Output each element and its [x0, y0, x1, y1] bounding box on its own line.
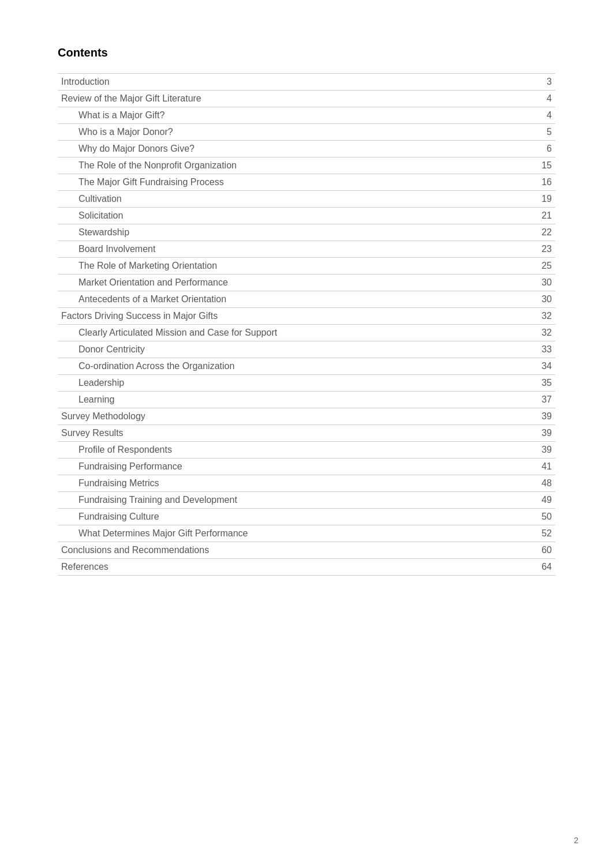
toc-entry-page: 64	[532, 559, 555, 576]
toc-entry-label: The Major Gift Fundraising Process	[58, 174, 532, 191]
toc-entry-page: 4	[532, 91, 555, 107]
toc-entry-label: Introduction	[58, 74, 532, 91]
toc-entry-label: What Determines Major Gift Performance	[58, 525, 532, 542]
toc-row: Co-ordination Across the Organization34	[58, 358, 555, 375]
toc-entry-label: Review of the Major Gift Literature	[58, 91, 532, 107]
toc-row: Survey Methodology39	[58, 408, 555, 425]
toc-entry-page: 50	[532, 509, 555, 525]
toc-entry-page: 5	[532, 124, 555, 141]
toc-row: References64	[58, 559, 555, 576]
toc-entry-label: Factors Driving Success in Major Gifts	[58, 308, 532, 325]
toc-entry-page: 37	[532, 392, 555, 408]
toc-entry-page: 41	[532, 459, 555, 475]
toc-row: Leadership35	[58, 375, 555, 392]
toc-row: Clearly Articulated Mission and Case for…	[58, 325, 555, 341]
toc-entry-label: Profile of Respondents	[58, 442, 532, 459]
toc-entry-page: 49	[532, 492, 555, 509]
toc-entry-page: 30	[532, 291, 555, 308]
page: Contents Introduction3Review of the Majo…	[0, 0, 613, 868]
toc-entry-page: 30	[532, 275, 555, 291]
toc-entry-label: Donor Centricity	[58, 341, 532, 358]
toc-entry-label: References	[58, 559, 532, 576]
toc-entry-label: Survey Methodology	[58, 408, 532, 425]
toc-entry-label: Why do Major Donors Give?	[58, 141, 532, 157]
toc-entry-page: 39	[532, 408, 555, 425]
toc-row: Cultivation19	[58, 191, 555, 208]
toc-entry-label: Fundraising Metrics	[58, 475, 532, 492]
contents-title: Contents	[58, 46, 555, 59]
toc-row: Solicitation21	[58, 208, 555, 224]
toc-entry-label: Fundraising Culture	[58, 509, 532, 525]
toc-row: Market Orientation and Performance30	[58, 275, 555, 291]
toc-row: Fundraising Culture50	[58, 509, 555, 525]
toc-entry-page: 15	[532, 157, 555, 174]
toc-entry-page: 33	[532, 341, 555, 358]
toc-entry-label: The Role of Marketing Orientation	[58, 258, 532, 275]
toc-entry-page: 22	[532, 224, 555, 241]
toc-row: Who is a Major Donor?5	[58, 124, 555, 141]
toc-entry-page: 25	[532, 258, 555, 275]
toc-row: What is a Major Gift?4	[58, 107, 555, 124]
toc-entry-page: 39	[532, 425, 555, 442]
toc-row: The Major Gift Fundraising Process16	[58, 174, 555, 191]
toc-row: Board Involvement23	[58, 241, 555, 258]
toc-entry-page: 3	[532, 74, 555, 91]
toc-entry-label: Clearly Articulated Mission and Case for…	[58, 325, 532, 341]
toc-entry-label: Survey Results	[58, 425, 532, 442]
toc-entry-label: Conclusions and Recommendations	[58, 542, 532, 559]
toc-row: Survey Results39	[58, 425, 555, 442]
toc-entry-page: 16	[532, 174, 555, 191]
toc-entry-page: 19	[532, 191, 555, 208]
toc-row: Stewardship22	[58, 224, 555, 241]
toc-entry-page: 48	[532, 475, 555, 492]
toc-row: Learning37	[58, 392, 555, 408]
toc-row: Fundraising Metrics48	[58, 475, 555, 492]
toc-row: The Role of Marketing Orientation25	[58, 258, 555, 275]
toc-entry-page: 32	[532, 325, 555, 341]
toc-row: Introduction3	[58, 74, 555, 91]
toc-entry-label: Fundraising Training and Development	[58, 492, 532, 509]
toc-entry-page: 6	[532, 141, 555, 157]
toc-row: What Determines Major Gift Performance52	[58, 525, 555, 542]
toc-table: Introduction3Review of the Major Gift Li…	[58, 73, 555, 576]
toc-entry-label: Leadership	[58, 375, 532, 392]
toc-entry-label: What is a Major Gift?	[58, 107, 532, 124]
toc-entry-label: Board Involvement	[58, 241, 532, 258]
toc-row: Review of the Major Gift Literature4	[58, 91, 555, 107]
toc-entry-label: The Role of the Nonprofit Organization	[58, 157, 532, 174]
toc-entry-page: 4	[532, 107, 555, 124]
toc-entry-page: 60	[532, 542, 555, 559]
toc-row: The Role of the Nonprofit Organization15	[58, 157, 555, 174]
toc-entry-label: Co-ordination Across the Organization	[58, 358, 532, 375]
toc-row: Fundraising Training and Development49	[58, 492, 555, 509]
toc-entry-label: Antecedents of a Market Orientation	[58, 291, 532, 308]
toc-entry-page: 39	[532, 442, 555, 459]
toc-row: Why do Major Donors Give?6	[58, 141, 555, 157]
toc-row: Profile of Respondents39	[58, 442, 555, 459]
toc-entry-label: Solicitation	[58, 208, 532, 224]
toc-row: Fundraising Performance41	[58, 459, 555, 475]
toc-entry-label: Market Orientation and Performance	[58, 275, 532, 291]
toc-entry-label: Who is a Major Donor?	[58, 124, 532, 141]
toc-row: Factors Driving Success in Major Gifts32	[58, 308, 555, 325]
toc-entry-page: 32	[532, 308, 555, 325]
toc-entry-label: Learning	[58, 392, 532, 408]
toc-entry-page: 21	[532, 208, 555, 224]
toc-row: Conclusions and Recommendations60	[58, 542, 555, 559]
toc-entry-label: Fundraising Performance	[58, 459, 532, 475]
toc-entry-page: 34	[532, 358, 555, 375]
toc-entry-page: 35	[532, 375, 555, 392]
toc-row: Antecedents of a Market Orientation30	[58, 291, 555, 308]
toc-row: Donor Centricity33	[58, 341, 555, 358]
toc-entry-label: Cultivation	[58, 191, 532, 208]
toc-entry-page: 52	[532, 525, 555, 542]
toc-entry-page: 23	[532, 241, 555, 258]
toc-entry-label: Stewardship	[58, 224, 532, 241]
page-number: 2	[574, 836, 578, 845]
